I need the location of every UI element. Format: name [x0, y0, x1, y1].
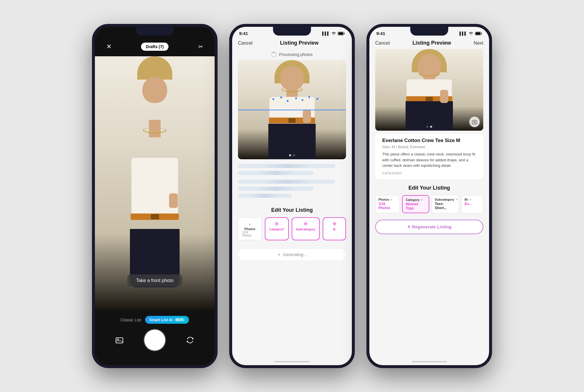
- tab-brand-3[interactable]: Br ∨ Ev...: [461, 195, 483, 213]
- generating-bar: ✦ Generating...: [238, 249, 346, 261]
- status-time-3: 9:41: [376, 31, 385, 36]
- listing-image-3[interactable]: [375, 49, 483, 131]
- category-chevron: ∨: [421, 198, 423, 201]
- photos-tab[interactable]: ⌄ Photos 1/16 Photos: [238, 217, 262, 240]
- skeleton-loading: [238, 164, 346, 198]
- smart-list-label: Smart List AI: [149, 318, 173, 322]
- svg-rect-0: [116, 338, 123, 343]
- camera-screen: ✕ Drafts (7) ✂: [95, 27, 215, 365]
- tab-category-label: Category: [406, 198, 420, 202]
- photos-sub: 1/16 Photos: [242, 231, 258, 237]
- tab-brand-label: Br: [465, 198, 468, 201]
- photo-overlay-text: Take a front photo: [127, 274, 182, 287]
- phone-listing-preview: 9:41 ▌▌▌ Cancel: [366, 24, 492, 368]
- svg-point-6: [474, 121, 475, 123]
- beta-tag: BETA: [174, 318, 185, 322]
- category-label: Category*: [269, 228, 284, 231]
- subcategory-icon: ⊕: [304, 221, 307, 226]
- page-title: Listing Preview: [280, 40, 319, 46]
- wifi-icon: [331, 32, 336, 35]
- skeleton-line-5: [238, 194, 292, 198]
- classic-list-label[interactable]: Classic List: [121, 318, 141, 322]
- brand-icon: ⊕: [333, 221, 336, 226]
- shutter-button[interactable]: [144, 330, 165, 351]
- product-description: This piece offers a classic crew neck, o…: [382, 151, 476, 169]
- edit-listing-section-3: Edit Your Listing Photos ∨ 1/16 Photos C…: [369, 182, 489, 216]
- belt: [131, 214, 179, 220]
- category-section-label: CATEGORY: [382, 172, 476, 175]
- camera-overlay-icon[interactable]: [469, 117, 480, 127]
- smart-list-badge[interactable]: Smart List AI BETA: [145, 316, 189, 324]
- tab-subcategory-3[interactable]: Subcategory ∨ Tees- Short...: [432, 195, 459, 213]
- photos-chevron: ∨: [390, 198, 392, 201]
- listing-details-card: Everlane Cotton Crew Tee Size M Size: M …: [375, 134, 483, 179]
- home-indicator: [274, 361, 310, 362]
- tab-brand-value: Ev...: [465, 202, 480, 206]
- image-pagination: [289, 154, 295, 156]
- camera-bottom-bar: Classic List Smart List AI BETA: [95, 310, 215, 365]
- regenerate-button[interactable]: ✦ Regenerate Listing: [375, 220, 483, 234]
- photos-label: Photos: [244, 227, 255, 231]
- dot-3-1: [426, 126, 428, 128]
- dot-2: [293, 154, 295, 156]
- tab-subcategory-value: Tees- Short...: [435, 202, 456, 210]
- camera-controls-row: [104, 330, 206, 351]
- subcategory-label: Subcategory: [296, 228, 316, 231]
- brand-label-2: B: [333, 228, 336, 231]
- signal-icon: ▌▌▌: [322, 32, 330, 36]
- camera-viewfinder: Take a front photo: [95, 56, 215, 310]
- category-icon: ⊕: [275, 221, 279, 226]
- edit-listing-title: Edit Your Listing: [238, 207, 346, 213]
- status-time: 9:41: [239, 31, 248, 36]
- signal-icon-3: ▌▌▌: [459, 32, 467, 36]
- product-meta: Size: M | Brand: Everlane: [382, 145, 476, 149]
- subcategory-chevron: ∨: [456, 198, 458, 201]
- skeleton-line-1: [238, 164, 335, 168]
- processing-spinner: [271, 52, 277, 57]
- tab-photos-label: Photos: [378, 198, 389, 201]
- flip-camera-button[interactable]: [184, 334, 197, 346]
- generating-text: Generating...: [283, 252, 307, 257]
- edit-listing-title-3: Edit Your Listing: [375, 185, 483, 191]
- edit-listing-section: Edit Your Listing ⌄ Photos 1/16 Photos ⊕…: [232, 202, 352, 244]
- hand: [169, 193, 178, 208]
- sparkle-icon: ✦: [277, 252, 281, 257]
- tab-category-value: Women Tops: [406, 202, 426, 210]
- skeleton-line-4: [238, 187, 314, 191]
- battery-icon: [338, 32, 345, 35]
- status-icons: ▌▌▌: [322, 32, 345, 36]
- scan-line: [238, 110, 346, 110]
- svg-rect-5: [476, 32, 480, 35]
- tab-photos-3[interactable]: Photos ∨ 1/16 Photos: [375, 195, 400, 213]
- processing-screen: 9:41 ▌▌▌ Cancel: [232, 27, 352, 365]
- listing-preview-screen: 9:41 ▌▌▌ Cancel: [369, 27, 489, 365]
- notch: [273, 27, 311, 36]
- page-title-3: Listing Preview: [412, 40, 451, 46]
- close-button[interactable]: ✕: [104, 41, 114, 52]
- edit-tabs: ⌄ Photos 1/16 Photos ⊕ Category* ⊕ Subca…: [238, 217, 346, 242]
- drafts-badge[interactable]: Drafts (7): [141, 43, 168, 51]
- belt-buckle: [151, 214, 159, 219]
- status-icons-3: ▌▌▌: [459, 32, 482, 36]
- notch: [410, 27, 448, 36]
- gallery-button[interactable]: [113, 334, 126, 346]
- tab-photos-value: 1/16 Photos: [378, 202, 397, 210]
- battery-icon-3: [475, 32, 482, 35]
- dot-1: [289, 154, 291, 156]
- listing-image[interactable]: [238, 60, 346, 159]
- next-button-3[interactable]: Next: [474, 41, 483, 46]
- skeleton-line-3: [238, 180, 335, 184]
- category-tab[interactable]: ⊕ Category*: [265, 217, 289, 240]
- scissors-button[interactable]: ✂: [195, 41, 206, 52]
- product-title: Everlane Cotton Crew Tee Size M: [382, 138, 476, 144]
- brand-tab-2[interactable]: ⊕ B: [323, 217, 346, 240]
- svg-rect-3: [338, 32, 343, 35]
- cancel-button-3[interactable]: Cancel: [375, 41, 390, 46]
- wifi-icon-3: [469, 32, 473, 35]
- scan-dots: [260, 95, 324, 104]
- nav-bar-3: Cancel Listing Preview Next: [369, 38, 489, 49]
- photos-icon: ⌄: [248, 220, 252, 226]
- subcategory-tab[interactable]: ⊕ Subcategory: [292, 217, 320, 240]
- tab-category-3[interactable]: Category ∨ Women Tops: [402, 195, 429, 213]
- cancel-button[interactable]: Cancel: [238, 41, 253, 46]
